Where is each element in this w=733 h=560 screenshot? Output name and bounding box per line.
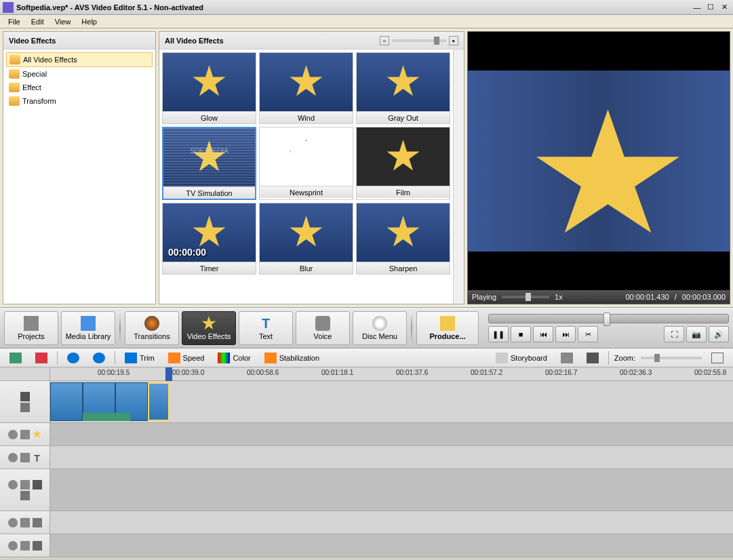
speed-slider[interactable] — [502, 296, 549, 298]
pause-button[interactable]: ❚❚ — [488, 326, 509, 342]
titlebar: Softpedia.vep* - AVS Video Editor 5.1 - … — [0, 0, 733, 15]
media-library-button[interactable]: Media Library — [61, 311, 115, 345]
thumb-small-button[interactable]: ▫ — [380, 36, 389, 45]
visibility-icon[interactable] — [8, 518, 18, 527]
folder-icon — [9, 96, 20, 106]
effect-label: Timer — [163, 262, 256, 274]
effect-blur[interactable]: Blur — [259, 203, 353, 275]
effect-tv-simulation[interactable]: SOFTPEDIATV Simulation — [162, 127, 256, 200]
menu-file[interactable]: File — [3, 16, 26, 27]
overlay-track[interactable] — [0, 469, 733, 511]
display-button[interactable] — [582, 351, 603, 365]
effect-glow[interactable]: Glow — [162, 52, 256, 124]
lock-icon[interactable] — [20, 518, 30, 527]
minimize-button[interactable]: — — [691, 2, 703, 13]
trim-button[interactable]: Trim — [121, 351, 159, 365]
ruler-mark: 00:00:19.5 — [98, 369, 130, 376]
speed-button[interactable]: Speed — [164, 351, 209, 365]
effect-film[interactable]: Film — [356, 127, 450, 200]
effects-categories-panel: Video Effects All Video EffectsSpecialEf… — [3, 31, 156, 304]
star-icon — [193, 216, 226, 249]
category-effect[interactable]: Effect — [6, 81, 153, 94]
stabilization-button[interactable]: Stabilization — [260, 351, 323, 365]
star-icon — [290, 216, 323, 249]
effect-wind[interactable]: Wind — [259, 52, 353, 124]
playback-speed: 1x — [555, 293, 563, 301]
snapshot-button[interactable]: 📷 — [686, 326, 707, 342]
menu-edit[interactable]: Edit — [26, 16, 49, 27]
category-all-video-effects[interactable]: All Video Effects — [6, 52, 153, 67]
disc-menu-icon — [372, 316, 387, 331]
close-button[interactable]: ✕ — [718, 2, 730, 13]
playback-status: Playing — [472, 293, 496, 301]
effect-sharpen[interactable]: Sharpen — [356, 203, 450, 275]
projects-button[interactable]: Projects — [4, 311, 58, 345]
star-icon — [387, 65, 420, 99]
visibility-icon[interactable] — [8, 430, 18, 439]
category-transform[interactable]: Transform — [6, 94, 153, 108]
visibility-icon[interactable] — [8, 480, 18, 489]
effect-gray-out[interactable]: Gray Out — [356, 52, 450, 124]
aspect-button[interactable] — [557, 351, 577, 365]
effect-newsprint[interactable]: Newsprint — [259, 127, 353, 200]
delete-button[interactable] — [31, 351, 52, 365]
lock-icon[interactable] — [20, 541, 30, 551]
menu-help[interactable]: Help — [76, 16, 102, 27]
effect-label: Sharpen — [357, 262, 450, 274]
overlay-audio-icon — [20, 491, 30, 500]
audio-track-2[interactable] — [0, 534, 733, 557]
lock-icon[interactable] — [20, 430, 30, 439]
transitions-button[interactable]: Transitions — [125, 311, 179, 345]
lock-icon[interactable] — [20, 453, 30, 462]
seek-bar[interactable] — [488, 314, 729, 323]
lock-icon[interactable] — [20, 480, 30, 489]
timeline-zoom-slider[interactable] — [641, 357, 702, 359]
maximize-button[interactable]: ☐ — [705, 2, 717, 13]
clip-1[interactable] — [50, 382, 83, 421]
category-special[interactable]: Special — [6, 67, 153, 81]
video-effects-icon — [201, 316, 216, 331]
effects-scrollbar[interactable] — [453, 49, 464, 304]
preview-panel: Playing 1x 00:00:01.430 / 00:00:03.000 — [467, 31, 730, 304]
clip-4-selected[interactable] — [148, 382, 170, 421]
add-button[interactable] — [5, 351, 26, 365]
visibility-icon[interactable] — [8, 541, 18, 551]
storyboard-button[interactable]: Storyboard — [492, 351, 551, 365]
stop-button[interactable]: ■ — [511, 326, 531, 342]
voice-icon — [315, 316, 330, 331]
preview-viewport — [468, 32, 730, 290]
fit-timeline-button[interactable] — [707, 351, 728, 365]
redo-icon — [93, 353, 105, 363]
split-button[interactable]: ✂ — [578, 326, 598, 342]
disc-menu-button[interactable]: Disc Menu — [353, 311, 407, 345]
effect-track-icon — [33, 430, 42, 439]
thumb-size-slider[interactable] — [392, 39, 446, 42]
effect-track[interactable] — [0, 423, 733, 446]
video-effects-button[interactable]: Video Effects — [182, 311, 236, 345]
video-track[interactable] — [0, 381, 733, 423]
timeline-ruler[interactable]: 00:00:19.500:00:39.000:00:58.600:01:18.1… — [0, 367, 733, 381]
audio-clip[interactable] — [83, 413, 130, 421]
text-button[interactable]: TText — [239, 311, 293, 345]
effect-label: Film — [357, 186, 450, 198]
audio-track-1[interactable] — [0, 511, 733, 534]
visibility-icon[interactable] — [8, 453, 18, 462]
next-frame-button[interactable]: ⏭ — [555, 326, 576, 342]
voice-button[interactable]: Voice — [296, 311, 350, 345]
produce-button[interactable]: Produce... — [416, 311, 479, 345]
redo-button[interactable] — [89, 351, 109, 365]
volume-button[interactable]: 🔊 — [709, 326, 729, 342]
ruler-mark: 00:02:16.7 — [545, 369, 577, 376]
folder-icon — [9, 69, 20, 79]
thumb-large-button[interactable]: ▪ — [449, 36, 458, 45]
text-track[interactable]: T — [0, 446, 733, 469]
color-button[interactable]: Color — [214, 351, 254, 365]
playhead[interactable] — [165, 367, 172, 381]
prev-frame-button[interactable]: ⏮ — [533, 326, 553, 342]
menu-view[interactable]: View — [49, 16, 77, 27]
aspect-icon — [561, 353, 573, 363]
fullscreen-button[interactable]: ⛶ — [664, 326, 684, 342]
display-icon — [587, 353, 599, 363]
effect-timer[interactable]: 00:00:00Timer — [162, 203, 256, 275]
undo-button[interactable] — [63, 351, 83, 365]
